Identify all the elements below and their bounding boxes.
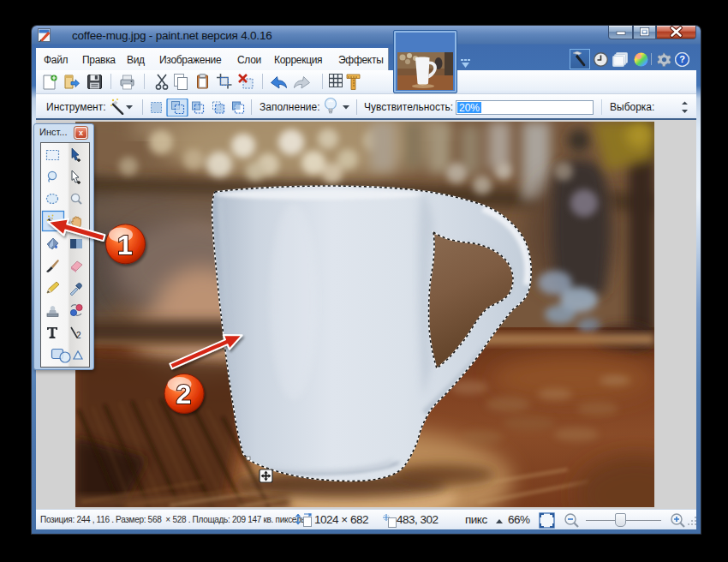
svg-text:2: 2 bbox=[76, 331, 81, 340]
svg-text:?: ? bbox=[679, 54, 685, 64]
